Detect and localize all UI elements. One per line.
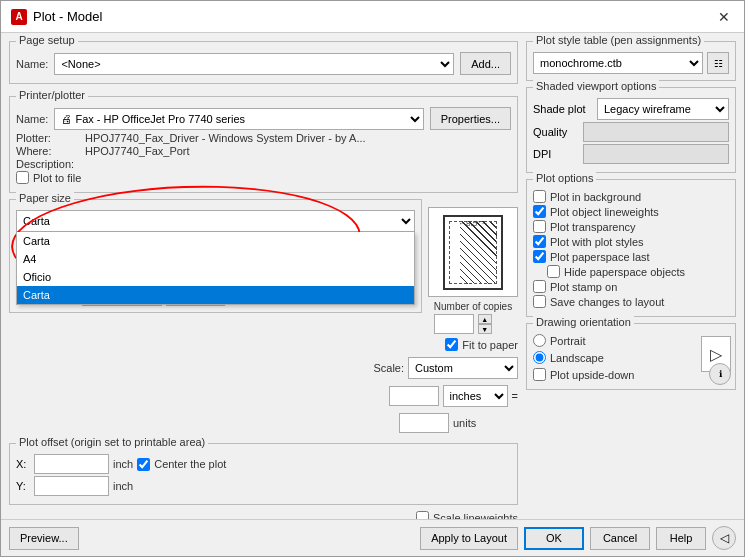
plot-stamp-checkbox[interactable] [533, 280, 546, 293]
page-setup-name-row: Name: <None> Add... [16, 52, 511, 75]
preview-box: ←8.5"→ [428, 207, 518, 297]
copies-input[interactable]: 1 [434, 314, 474, 334]
ok-button[interactable]: OK [524, 527, 584, 550]
plot-lineweights-row: Plot object lineweights [533, 205, 729, 218]
copies-up-button[interactable]: ▲ [478, 314, 492, 324]
scale-lineweights-label: Scale lineweights [433, 512, 518, 520]
dropdown-item-carta2[interactable]: Carta [17, 286, 414, 304]
paper-size-group: Paper size Carta A4 Oficio Carta A4 [9, 199, 422, 313]
add-button[interactable]: Add... [460, 52, 511, 75]
center-plot-checkbox[interactable] [137, 458, 150, 471]
scale-select[interactable]: Custom [408, 357, 518, 379]
plot-transparency-checkbox[interactable] [533, 220, 546, 233]
properties-button[interactable]: Properties... [430, 107, 511, 130]
x-unit-label: inch [113, 458, 133, 470]
scale-units-select[interactable]: inches [443, 385, 508, 407]
upside-down-checkbox[interactable] [533, 368, 546, 381]
scale-value1-input[interactable]: 1 [389, 386, 439, 406]
plot-paperspace-row: Plot paperspace last [533, 250, 729, 263]
portrait-radio[interactable] [533, 334, 546, 347]
landscape-row: Landscape [533, 351, 729, 364]
shade-plot-select[interactable]: Legacy wireframe [597, 98, 729, 120]
right-panel: Plot style table (pen assignments) monoc… [526, 41, 736, 511]
plot-to-file-checkbox[interactable] [16, 171, 29, 184]
y-input[interactable]: 0.508237 [34, 476, 109, 496]
plot-style-edit-button[interactable]: ☷ [707, 52, 729, 74]
copies-spinner: ▲ ▼ [478, 314, 492, 334]
fit-scale-row: Fit to paper [9, 338, 518, 351]
main-content: Page setup Name: <None> Add... Printer/p… [1, 33, 744, 519]
left-panel: Page setup Name: <None> Add... Printer/p… [9, 41, 518, 511]
description-label: Description: [16, 158, 81, 170]
copies-section: Number of copies 1 ▲ ▼ [434, 301, 512, 334]
plot-stamp-label: Plot stamp on [550, 281, 617, 293]
shade-plot-label: Shade plot [533, 103, 593, 115]
plot-style-title: Plot style table (pen assignments) [533, 34, 704, 46]
portrait-label: Portrait [550, 335, 585, 347]
plot-paperspace-checkbox[interactable] [533, 250, 546, 263]
quality-input[interactable] [583, 122, 729, 142]
equals-sign: = [512, 390, 518, 402]
plot-with-styles-checkbox[interactable] [533, 235, 546, 248]
help-button[interactable]: Help [656, 527, 706, 550]
app-icon: A [11, 9, 27, 25]
dropdown-item-a4[interactable]: A4 [17, 250, 414, 268]
plot-offset-group: Plot offset (origin set to printable are… [9, 443, 518, 505]
landscape-radio[interactable] [533, 351, 546, 364]
apply-to-layout-button[interactable]: Apply to Layout [420, 527, 518, 550]
page-setup-title: Page setup [16, 34, 78, 46]
drawing-orientation-group: Drawing orientation Portrait Landscape P… [526, 323, 736, 390]
copies-label: Number of copies [434, 301, 512, 312]
paper-dropdown-open: Carta A4 Oficio Carta [16, 232, 415, 305]
plot-transparency-row: Plot transparency [533, 220, 729, 233]
plot-lineweights-label: Plot object lineweights [550, 206, 659, 218]
dpi-row: DPI [533, 144, 729, 164]
plot-style-select[interactable]: monochrome.ctb [533, 52, 703, 74]
hide-paperspace-row: Hide paperspace objects [533, 265, 729, 278]
dropdown-item-oficio[interactable]: Oficio [17, 268, 414, 286]
quality-label: Quality [533, 126, 579, 138]
printer-info: Plotter: HPOJ7740_Fax_Driver - Windows S… [16, 132, 511, 184]
shade-plot-row: Shade plot Legacy wireframe [533, 98, 729, 120]
dim-label: ←8.5"→ [445, 219, 501, 228]
scale-value2-input[interactable]: 2.615 [399, 413, 449, 433]
plot-options-group: Plot options Plot in background Plot obj… [526, 179, 736, 317]
x-row: X: 0.000000 inch Center the plot [16, 454, 511, 474]
title-bar: A Plot - Model ✕ [1, 1, 744, 33]
plot-bg-checkbox[interactable] [533, 190, 546, 203]
center-plot-label: Center the plot [154, 458, 226, 470]
dpi-label: DPI [533, 148, 579, 160]
printer-name-select[interactable]: 🖨 Fax - HP OfficeJet Pro 7740 series [54, 108, 423, 130]
plotter-row: Plotter: HPOJ7740_Fax_Driver - Windows S… [16, 132, 511, 144]
fit-to-paper-checkbox[interactable] [445, 338, 458, 351]
save-changes-checkbox[interactable] [533, 295, 546, 308]
preview-button[interactable]: Preview... [9, 527, 79, 550]
copies-down-button[interactable]: ▼ [478, 324, 492, 334]
plot-transparency-label: Plot transparency [550, 221, 636, 233]
dpi-input[interactable] [583, 144, 729, 164]
hide-paperspace-checkbox[interactable] [547, 265, 560, 278]
copies-row: 1 ▲ ▼ [434, 314, 512, 334]
dialog-title: Plot - Model [33, 9, 102, 24]
x-input[interactable]: 0.000000 [34, 454, 109, 474]
cancel-button[interactable]: Cancel [590, 527, 650, 550]
description-row: Description: [16, 158, 511, 170]
title-bar-left: A Plot - Model [11, 9, 102, 25]
plot-style-group: Plot style table (pen assignments) monoc… [526, 41, 736, 81]
back-circle-button[interactable]: ◁ [712, 526, 736, 550]
shaded-viewport-group: Shaded viewport options Shade plot Legac… [526, 87, 736, 173]
plot-options-title: Plot options [533, 172, 596, 184]
plot-lineweights-checkbox[interactable] [533, 205, 546, 218]
save-changes-label: Save changes to layout [550, 296, 664, 308]
page-setup-name-select[interactable]: <None> [54, 53, 454, 75]
scale-lineweights-checkbox[interactable] [416, 511, 429, 519]
plot-paperspace-label: Plot paperspace last [550, 251, 650, 263]
info-circle-button[interactable]: ℹ [709, 363, 731, 385]
paper-size-select[interactable]: Carta A4 Oficio [16, 210, 415, 232]
dropdown-item-carta1[interactable]: Carta [17, 232, 414, 250]
plot-bg-label: Plot in background [550, 191, 641, 203]
y-row: Y: 0.508237 inch [16, 476, 511, 496]
plot-bg-row: Plot in background [533, 190, 729, 203]
scale-label: Scale: [373, 362, 404, 374]
close-button[interactable]: ✕ [714, 7, 734, 27]
